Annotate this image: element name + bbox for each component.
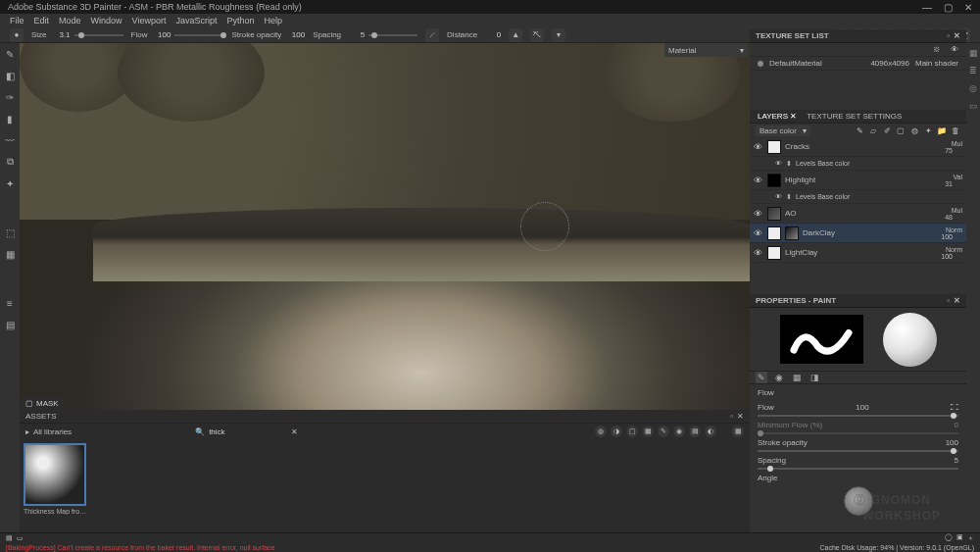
filter-texture-icon[interactable]: ▦ [642,426,654,437]
dropdown-icon[interactable]: ▾ [552,28,565,42]
projection-tool-icon[interactable]: ✑ [3,90,17,104]
prop-opacity-slider[interactable] [758,450,958,452]
visibility-icon[interactable]: 👁 [775,193,782,200]
add-fill-icon[interactable]: ◍ [909,125,919,135]
prop-tab-stencil[interactable]: ▦ [791,372,803,383]
prop-minflow-slider[interactable] [758,432,958,434]
distance-value[interactable]: 0 [481,30,501,39]
close-panel-icon[interactable]: ✕ [954,296,960,305]
status-layers-icon[interactable]: ▣ [956,533,963,543]
prop-tab-brush[interactable]: ✎ [756,372,767,383]
undock-icon[interactable]: ▫ [730,412,733,421]
asset-search-input[interactable] [209,427,287,436]
view-grid-icon[interactable]: ▦ [732,426,744,437]
menu-file[interactable]: File [10,16,24,25]
size-value[interactable]: 3.1 [51,30,71,39]
layer-edit-icon[interactable]: ✐ [882,125,892,135]
panel-layers-icon[interactable]: ≣ [967,65,979,76]
filter-filter-icon[interactable]: ✎ [658,426,669,437]
material-channel-dropdown[interactable]: Material▾ [664,43,748,57]
flow-slider[interactable] [174,34,223,36]
symmetry-icon[interactable]: ▲ [509,28,522,42]
layer-thumb[interactable] [767,174,781,187]
status-icon-1[interactable]: ▤ [6,534,13,542]
visibility-icon[interactable]: 👁 [951,45,958,54]
menu-javascript[interactable]: JavaScript [175,16,217,25]
minimize-icon[interactable]: — [922,2,932,13]
close-panel-icon[interactable]: ✕ [737,412,744,421]
tab-layers[interactable]: LAYERS ✕ [758,112,797,121]
undock-icon[interactable]: ▫ [947,296,950,305]
add-smart-icon[interactable]: ✦ [923,125,933,135]
layer-thumb[interactable] [767,140,781,154]
layer-mask-icon[interactable]: ▱ [868,125,878,135]
filter-alpha-icon[interactable]: ▤ [689,426,701,437]
panel-history-icon[interactable]: ▭ [967,100,979,112]
filter-brush-icon[interactable]: ◉ [673,426,685,437]
close-icon[interactable]: ✕ [964,2,972,13]
layer-row[interactable]: 👁 Highlight Val31 [750,171,966,190]
symmetry-settings-icon[interactable]: ⛏ [530,28,544,42]
layer-mask-thumb[interactable] [767,226,781,240]
prop-flow-slider[interactable] [758,415,958,417]
spacing-slider[interactable] [368,34,417,36]
clone-tool-icon[interactable]: ⧉ [3,155,17,169]
filter-all-icon[interactable]: ◍ [595,426,607,437]
folder-icon[interactable]: 📁 [937,125,947,135]
prop-minflow-value[interactable]: 0 [955,421,958,429]
spacing-value[interactable]: 5 [345,30,365,39]
settings-gear-icon[interactable]: ⛭ [933,45,941,54]
layer-effect-row[interactable]: 👁 ⬍ Levels Base color [750,190,966,204]
channel-selector[interactable]: Base color▾ [756,125,810,136]
layer-row[interactable]: 👁 LightClay Norm100 [750,243,966,263]
steady-stroke-icon[interactable]: ⟋ [425,28,439,42]
prop-spacing-slider[interactable] [758,468,958,470]
visibility-icon[interactable]: 👁 [754,176,763,185]
brush-icon[interactable]: ● [10,28,24,42]
filter-smart-icon[interactable]: ▢ [626,426,638,437]
status-icon-2[interactable]: ▭ [17,534,24,542]
polyfill-tool-icon[interactable]: ⬚ [3,226,17,239]
picker-tool-icon[interactable]: ✦ [3,176,17,190]
menu-viewport[interactable]: Viewport [132,16,167,25]
opacity-value[interactable]: 100 [285,30,305,39]
panel-texset-icon[interactable]: ▦ [967,47,979,59]
visibility-icon[interactable]: 👁 [754,209,763,219]
menu-edit[interactable]: Edit [34,16,50,25]
menu-mode[interactable]: Mode [59,16,81,25]
stack-icon[interactable]: ≡ [3,296,17,310]
add-layer-icon[interactable]: ▢ [896,125,906,135]
layer-effect-icon[interactable]: ✎ [855,125,864,135]
visibility-icon[interactable]: 👁 [775,160,782,167]
menu-help[interactable]: Help [264,16,282,25]
layer-thumb[interactable] [767,207,781,221]
layer-thumb[interactable] [767,246,781,260]
menu-python[interactable]: Python [226,16,254,25]
visibility-icon[interactable]: 👁 [754,142,763,152]
texture-set-item[interactable]: DefaultMaterial 4096x4096 Main shader [750,57,966,71]
prop-tab-alpha[interactable]: ◉ [773,372,785,383]
visibility-icon[interactable]: 👁 [754,248,763,258]
layer-row[interactable]: 👁 DarkClay Norm100 [750,224,966,243]
delete-icon[interactable]: 🗑 [951,125,960,135]
prop-tab-material[interactable]: ◨ [808,372,820,383]
picker-icon[interactable]: ⛶ [951,403,958,412]
tab-close-icon[interactable]: ✕ [790,112,797,121]
smudge-tool-icon[interactable]: 〰 [3,133,17,147]
cube-icon[interactable]: ▤ [3,318,17,331]
fill-tool-icon[interactable]: ▮ [3,112,17,125]
status-add-icon[interactable]: ＋ [967,533,974,543]
maximize-icon[interactable]: ▢ [944,2,953,13]
filter-material-icon[interactable]: ◑ [611,426,622,437]
layer-thumb[interactable] [785,226,799,240]
filter-env-icon[interactable]: ◐ [705,426,716,437]
eraser-tool-icon[interactable]: ◧ [3,69,17,82]
menu-window[interactable]: Window [91,16,122,25]
undock-icon[interactable]: ▫ [947,31,950,40]
asset-item[interactable]: Thickness Map from... [24,443,90,528]
status-refresh-icon[interactable]: ◯ [945,533,953,543]
layer-row[interactable]: 👁 Cracks Mul75 [750,137,966,157]
prop-spacing-value[interactable]: 5 [955,456,958,465]
library-selector[interactable]: ▸All libraries [25,427,72,436]
close-panel-icon[interactable]: ✕ [954,31,960,40]
